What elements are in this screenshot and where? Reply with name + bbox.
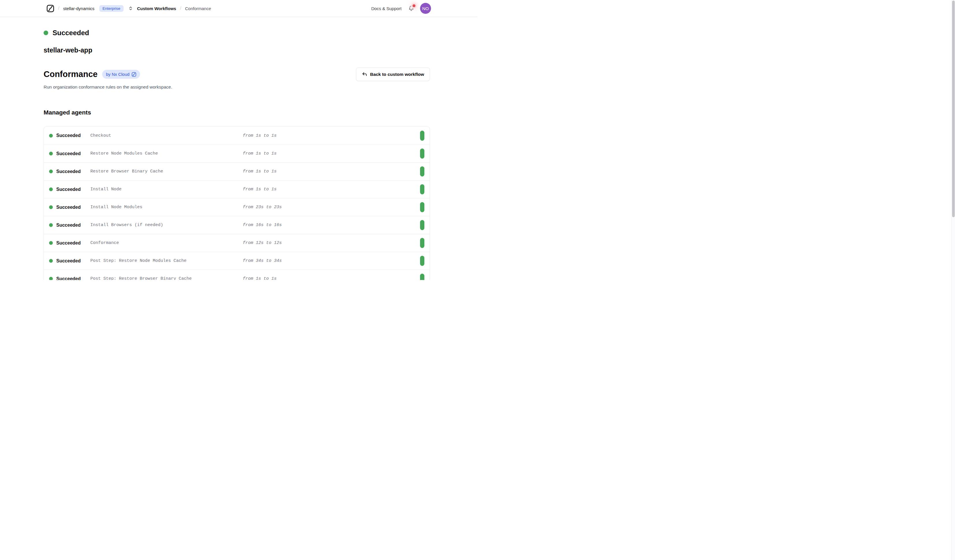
row-task-name: Install Node Modules <box>90 205 243 210</box>
plan-badge: Enterprise <box>99 5 124 12</box>
managed-agents-card: Succeeded Checkout from 1s to 1s Succeed… <box>44 126 430 280</box>
row-task-name: Install Browsers (if needed) <box>90 223 243 228</box>
chevron-up-down-icon[interactable] <box>128 5 133 11</box>
row-task-name: Conformance <box>90 240 243 245</box>
run-status-label: Succeeded <box>53 29 89 37</box>
header-actions: Docs & Support NO <box>371 3 431 14</box>
success-duration-bar <box>420 184 424 194</box>
run-status: Succeeded <box>44 29 430 37</box>
success-duration-bar <box>420 131 424 141</box>
row-time-range: from 12s to 12s <box>243 240 420 245</box>
row-task-name: Restore Browser Binary Cache <box>90 169 243 174</box>
breadcrumb-section[interactable]: Custom Workflows <box>137 6 176 11</box>
user-avatar[interactable]: NO <box>420 3 431 14</box>
success-status-dot <box>44 31 48 35</box>
row-status: Succeeded <box>53 187 90 192</box>
success-status-dot <box>49 277 53 280</box>
row-status: Succeeded <box>53 151 90 156</box>
success-status-dot <box>49 205 53 209</box>
row-time-range: from 1s to 1s <box>243 187 420 192</box>
row-time-range: from 1s to 1s <box>243 276 420 280</box>
success-status-dot <box>49 259 53 263</box>
workflow-title-group: Conformance by Nx Cloud <box>44 70 140 79</box>
breadcrumb-separator: / <box>180 5 181 11</box>
row-time-range: from 1s to 1s <box>243 151 420 156</box>
workspace-title: stellar-web-app <box>44 47 430 54</box>
row-task-name: Restore Node Modules Cache <box>90 151 243 156</box>
agent-row[interactable]: Succeeded Install Node from 1s to 1s <box>44 180 430 198</box>
notifications-button[interactable] <box>409 5 414 11</box>
success-duration-bar <box>420 166 424 176</box>
success-duration-bar <box>420 220 424 230</box>
managed-agents-title: Managed agents <box>44 109 430 116</box>
success-duration-bar <box>420 238 424 248</box>
docs-support-link[interactable]: Docs & Support <box>371 6 402 11</box>
agent-row[interactable]: Succeeded Restore Browser Binary Cache f… <box>44 162 430 180</box>
row-status: Succeeded <box>53 205 90 210</box>
success-status-dot <box>49 187 53 191</box>
success-duration-bar <box>420 274 424 280</box>
row-time-range: from 16s to 16s <box>243 223 420 228</box>
row-status: Succeeded <box>53 258 90 264</box>
return-arrow-icon <box>362 72 367 77</box>
agent-row[interactable]: Succeeded Install Node Modules from 23s … <box>44 198 430 216</box>
row-time-range: from 34s to 34s <box>243 258 420 263</box>
row-task-name: Install Node <box>90 187 243 192</box>
agent-row[interactable]: Succeeded Checkout from 1s to 1s <box>44 126 430 145</box>
workflow-header: Conformance by Nx Cloud Back to custom w… <box>44 67 430 81</box>
success-status-dot <box>49 241 53 245</box>
success-status-dot <box>49 170 53 173</box>
success-duration-bar <box>420 202 424 212</box>
row-time-range: from 1s to 1s <box>243 169 420 174</box>
row-task-name: Post Step: Restore Browser Binary Cache <box>90 276 243 280</box>
agent-row[interactable]: Succeeded Restore Node Modules Cache fro… <box>44 145 430 162</box>
row-task-name: Checkout <box>90 133 243 138</box>
unread-notification-dot <box>413 4 415 7</box>
nx-cloud-icon <box>132 72 136 77</box>
back-to-custom-workflow-button[interactable]: Back to custom workflow <box>356 67 430 81</box>
row-status: Succeeded <box>53 223 90 228</box>
row-status: Succeeded <box>53 133 90 138</box>
row-time-range: from 23s to 23s <box>243 205 420 210</box>
workflow-description: Run organization conformance rules on th… <box>44 84 430 90</box>
success-duration-bar <box>420 256 424 266</box>
page-content: Succeeded stellar-web-app Conformance by… <box>0 29 478 280</box>
breadcrumb-current-page: Conformance <box>185 6 211 11</box>
success-status-dot <box>49 223 53 227</box>
success-status-dot <box>49 152 53 155</box>
provider-badge-label: by Nx Cloud <box>106 72 130 77</box>
row-status: Succeeded <box>53 276 90 280</box>
row-task-name: Post Step: Restore Node Modules Cache <box>90 258 243 263</box>
agent-row[interactable]: Succeeded Post Step: Restore Browser Bin… <box>44 270 430 280</box>
workflow-title: Conformance <box>44 70 97 79</box>
success-duration-bar <box>420 148 424 159</box>
success-status-dot <box>49 134 53 137</box>
back-button-label: Back to custom workflow <box>370 72 424 77</box>
row-time-range: from 1s to 1s <box>243 133 420 138</box>
agent-row[interactable]: Succeeded Post Step: Restore Node Module… <box>44 252 430 270</box>
nx-cloud-provider-badge[interactable]: by Nx Cloud <box>102 70 140 79</box>
breadcrumb-org[interactable]: stellar-dynamics <box>63 6 94 11</box>
breadcrumb-separator: / <box>58 5 59 11</box>
row-status: Succeeded <box>53 169 90 174</box>
agent-row[interactable]: Succeeded Install Browsers (if needed) f… <box>44 216 430 234</box>
row-status: Succeeded <box>53 240 90 246</box>
top-navbar: / stellar-dynamics Enterprise Custom Wor… <box>0 0 478 17</box>
nx-cloud-logo-icon[interactable] <box>47 5 54 12</box>
agent-row[interactable]: Succeeded Conformance from 12s to 12s <box>44 234 430 252</box>
breadcrumb: / stellar-dynamics Enterprise Custom Wor… <box>47 5 211 12</box>
